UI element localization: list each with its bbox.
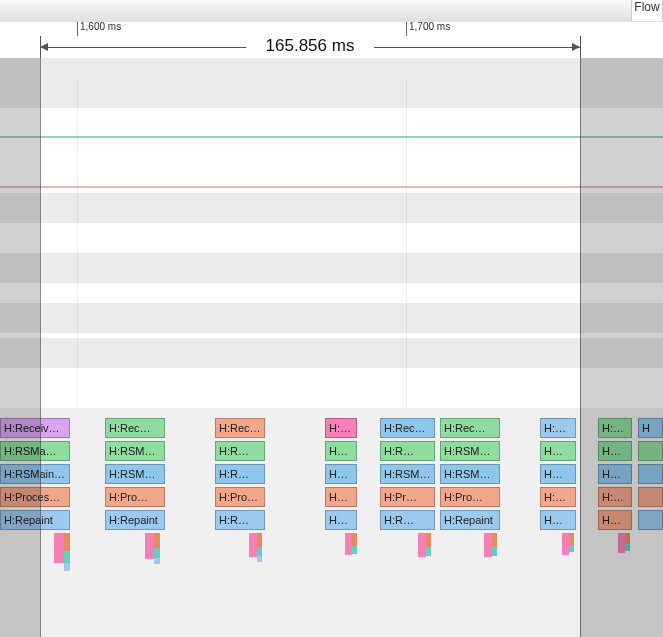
timeline-sub-bar[interactable]: [484, 533, 492, 557]
timeline-sub-bar[interactable]: [426, 533, 431, 547]
timeline-sub-bar[interactable]: [618, 533, 625, 553]
timeline-event[interactable]: H…: [598, 510, 632, 530]
timeline-event[interactable]: H:Rec…: [440, 418, 500, 438]
timeline-sub-bar[interactable]: [54, 533, 64, 563]
selection-end-marker[interactable]: [580, 36, 581, 58]
timeline-sub-bar[interactable]: [569, 533, 574, 545]
timeline-sub-bar[interactable]: [154, 533, 160, 548]
tracks-panel[interactable]: [0, 78, 663, 408]
timeline-sub-bar[interactable]: [625, 533, 630, 544]
timeline-event[interactable]: H…: [325, 510, 357, 530]
timeline-event[interactable]: [638, 464, 663, 484]
timeline-event[interactable]: H:R…: [215, 510, 265, 530]
timeline-event[interactable]: H:Pro…: [215, 487, 265, 507]
track-row: [0, 108, 663, 138]
timeline-event[interactable]: H:RSM…: [440, 464, 500, 484]
timeline-sub-bar[interactable]: [64, 533, 70, 551]
timeline-event[interactable]: H…: [598, 464, 632, 484]
timeline-event[interactable]: H:R…: [380, 441, 435, 461]
time-ruler[interactable]: 1,600 ms1,700 ms: [0, 22, 663, 37]
timeline-event[interactable]: H:Pr…: [380, 487, 435, 507]
timeline-sub-bar[interactable]: [154, 558, 160, 564]
timeline-event[interactable]: H:R…: [215, 441, 265, 461]
timeline-sub-bar[interactable]: [257, 533, 262, 547]
track-row: [0, 158, 663, 188]
timeline-sub-bar[interactable]: [257, 547, 262, 556]
arrowhead-left-icon: [40, 43, 48, 51]
timeline-event[interactable]: H:RSM…: [105, 464, 165, 484]
timeline-event[interactable]: H:RSMa…: [440, 441, 500, 461]
timeline-event[interactable]: H:Receiv…: [0, 418, 70, 438]
timeline-sub-bar[interactable]: [562, 533, 569, 555]
timeline-sub-bar[interactable]: [625, 544, 630, 551]
timeline-sub-bar[interactable]: [145, 533, 154, 559]
timeline-event[interactable]: H: [638, 418, 663, 438]
timeline-event[interactable]: H:Proces…: [0, 487, 70, 507]
timeline-event[interactable]: [638, 487, 663, 507]
timeline-event[interactable]: H:RSMa…: [105, 441, 165, 461]
timeline-event[interactable]: H:R…: [215, 464, 265, 484]
timeline-event[interactable]: H:Rec…: [380, 418, 435, 438]
timeline-event[interactable]: H…: [325, 487, 357, 507]
ruler-tick: 1,600 ms: [77, 22, 121, 36]
timeline-event[interactable]: H:R…: [380, 510, 435, 530]
timeline-sub-bar[interactable]: [352, 533, 357, 546]
timeline-event[interactable]: H:Rec…: [215, 418, 265, 438]
timeline-event[interactable]: H…: [598, 441, 632, 461]
timeline-event[interactable]: H:R…: [540, 418, 576, 438]
selection-duration-label: 165.856 ms: [250, 36, 370, 58]
timeline-events-panel[interactable]: H:Receiv…H:RSMa…H:RSMain…H:Proces…H:Repa…: [0, 408, 663, 637]
ruler-tick: 1,700 ms: [406, 22, 450, 36]
timeline-event[interactable]: H:P…: [540, 487, 576, 507]
timeline-event[interactable]: H:RSMa…: [0, 441, 70, 461]
track-row: [0, 253, 663, 283]
timeline-event[interactable]: H…: [540, 510, 576, 530]
timeline-sub-bar[interactable]: [492, 547, 497, 556]
timeline-sub-bar[interactable]: [154, 548, 160, 558]
timeline-event[interactable]: H:Repaint: [440, 510, 500, 530]
timeline-sub-bar[interactable]: [249, 533, 257, 557]
track-row: [0, 303, 663, 333]
timeline-sub-bar[interactable]: [492, 533, 497, 547]
timeline-event[interactable]: H:RSM…: [380, 464, 435, 484]
toolbar: Flow: [0, 0, 663, 23]
track-row: [0, 193, 663, 223]
timeline-sub-bar[interactable]: [569, 545, 574, 552]
timeline-event[interactable]: H:R…: [325, 418, 357, 438]
timeline-event[interactable]: H…: [540, 441, 576, 461]
timeline-event[interactable]: H…: [540, 464, 576, 484]
timeline-sub-bar[interactable]: [257, 556, 262, 562]
timeline-event[interactable]: H:RSMain…: [0, 464, 70, 484]
timeline-sub-bar[interactable]: [64, 563, 70, 571]
timeline-event[interactable]: H:Repaint: [0, 510, 70, 530]
timeline-event[interactable]: H:Pro…: [440, 487, 500, 507]
arrowhead-right-icon: [572, 43, 580, 51]
timeline-event[interactable]: [638, 510, 663, 530]
timeline-event[interactable]: H…: [325, 441, 357, 461]
timeline-sub-bar[interactable]: [352, 546, 357, 554]
timeline-event[interactable]: H:Rec…: [105, 418, 165, 438]
timeline-sub-bar[interactable]: [418, 533, 426, 557]
timeline-event[interactable]: H:P…: [598, 487, 632, 507]
timeline-sub-bar[interactable]: [64, 551, 70, 563]
timeline-event[interactable]: H…: [325, 464, 357, 484]
track-row: [0, 78, 663, 108]
section-gap: [0, 58, 663, 78]
timeline-sub-bar[interactable]: [426, 547, 431, 556]
flow-tab-button[interactable]: Flow: [631, 0, 663, 21]
timeline-event[interactable]: H:R…: [598, 418, 632, 438]
selection-duration-bar[interactable]: 165.856 ms: [0, 36, 663, 59]
timeline-event[interactable]: H:Pro…: [105, 487, 165, 507]
timeline-event[interactable]: H:Repaint: [105, 510, 165, 530]
timeline-sub-bar[interactable]: [345, 533, 352, 555]
track-row: [0, 338, 663, 368]
timeline-event[interactable]: [638, 441, 663, 461]
